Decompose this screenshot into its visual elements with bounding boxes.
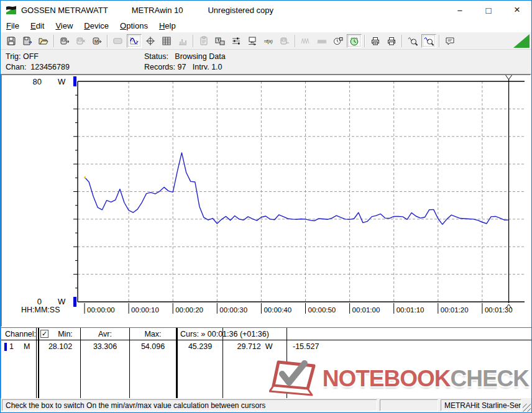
import-device-button[interactable] (213, 34, 227, 48)
app-logo-icon (6, 4, 17, 16)
app-window: GOSSEN METRAWATT METRAwin 10 Unregistere… (0, 0, 532, 413)
print-preview-button[interactable] (368, 34, 383, 48)
floppy-icon (6, 36, 16, 46)
max-header: Max: (130, 330, 176, 338)
x-tick-label: 00:00:40 (264, 306, 291, 314)
device-m-icon: M (92, 36, 102, 46)
status-bar: Check the box to switch On the min/avr/m… (1, 398, 531, 412)
maximize-button[interactable]: □ (474, 1, 503, 19)
col-divider (36, 328, 37, 398)
wave-dense-button (314, 34, 329, 48)
col-divider (38, 328, 39, 398)
menu-edit[interactable]: Edit (25, 20, 50, 32)
y-min-label: 0 (37, 297, 42, 306)
x-tick-label: 00:00:50 (308, 306, 336, 314)
green-timer-icon (349, 36, 359, 46)
minmax-checkbox[interactable]: ✓ (40, 330, 48, 338)
channel-number: 1 (9, 342, 14, 351)
minimize-button[interactable]: − (446, 1, 474, 19)
avr-header: Avr: (81, 330, 129, 338)
device-in-icon (215, 36, 225, 46)
device-config-button (277, 34, 292, 48)
y-range-bottom-marker (73, 297, 76, 307)
cursor-view-button[interactable] (143, 34, 158, 48)
fx-icon: =f(x) (264, 36, 273, 46)
annotation-button[interactable] (443, 34, 457, 48)
cursor-top-arrow-icon[interactable] (506, 75, 512, 79)
chart-view-button[interactable] (127, 34, 142, 48)
x-tick-label: 00:01:20 (441, 306, 469, 314)
product-name: METRAwin 10 (132, 6, 183, 15)
app-name: GOSSEN METRAWATT (21, 6, 108, 15)
watermark-notebook: NOTEBOOK (323, 366, 451, 391)
menu-help[interactable]: Help (154, 20, 181, 32)
zoom-drag-button[interactable] (405, 34, 420, 48)
device-x-icon (76, 36, 86, 46)
watermark-check: CHECK (450, 366, 529, 391)
zoom-wave-icon (408, 36, 418, 46)
display-config-button[interactable] (245, 34, 260, 48)
browse-status: Status: Browsing Data (144, 52, 226, 61)
menu-options[interactable]: Options (114, 20, 154, 32)
resize-grip[interactable] (523, 404, 531, 412)
cursor1-value: 45.239 (178, 342, 222, 351)
save-button[interactable] (4, 34, 19, 48)
min-value: 28.102 (40, 342, 80, 351)
device-send-button[interactable] (57, 34, 72, 48)
timer-button[interactable] (347, 34, 362, 48)
table-view-button[interactable] (159, 34, 174, 48)
channel-config-button[interactable] (229, 34, 244, 48)
col-divider (176, 328, 178, 398)
histogram-view-button (175, 34, 190, 48)
toolbar-separator (439, 35, 440, 47)
channel-color-marker (4, 343, 7, 351)
time-sync-button[interactable] (331, 34, 346, 48)
numeric-display-button (111, 34, 126, 48)
device-memory-button[interactable]: M (89, 34, 104, 48)
menu-device[interactable]: Device (78, 20, 114, 32)
toolbar-separator (401, 35, 403, 47)
x-tick-label: 00:01:30 (485, 306, 513, 314)
x-tick-label: 00:00:20 (175, 306, 203, 314)
data-grid-icon (162, 36, 172, 46)
svg-text:M: M (94, 39, 98, 43)
statusbar-empty-panel (380, 399, 438, 411)
wave-small-button (298, 34, 313, 48)
menu-view[interactable]: View (50, 20, 78, 32)
wave-chart-icon (129, 36, 139, 46)
license-note: Unregistered copy (208, 6, 273, 15)
cursor-header: Curs: » 00:01:36 (+01:36) (180, 330, 269, 338)
power-line-chart[interactable]: 00:00:0000:00:1000:00:2000:00:3000:00:40… (2, 75, 531, 326)
menu-file[interactable]: File (1, 20, 25, 32)
delta-value: -15.527 (293, 342, 319, 351)
y-range-top-marker (73, 76, 76, 86)
speech-bubble-icon (445, 36, 455, 46)
clipboard-icon (199, 36, 209, 46)
save-as-button[interactable] (20, 34, 35, 48)
zoom-wave2-icon (424, 36, 434, 46)
toolbar-separator (53, 35, 55, 47)
histogram-icon (178, 36, 188, 46)
toolbar-separator (107, 35, 108, 47)
print-button[interactable] (384, 34, 399, 48)
open-button[interactable] (36, 34, 51, 48)
y-unit-label: W (58, 297, 66, 306)
printer-icon (370, 36, 380, 46)
title-bar: GOSSEN METRAWATT METRAwin 10 Unregistere… (1, 1, 531, 19)
y-unit-label: W (58, 77, 66, 86)
folder-open-icon (39, 36, 48, 46)
formula-button[interactable]: =f(x) (261, 34, 276, 48)
zoom-curve-button[interactable] (421, 34, 436, 48)
clock-device-icon (333, 36, 343, 46)
chart-pane[interactable]: 00:00:0000:00:1000:00:2000:00:3000:00:40… (1, 74, 531, 327)
toolbar-separator (364, 35, 365, 47)
zigzag-icon (301, 36, 311, 46)
close-button[interactable]: × (503, 1, 531, 19)
channel-list: Chan: 123456789 (6, 63, 70, 71)
x-tick-label: 00:00:00 (87, 306, 115, 314)
readout-table: Channel: ✓ Min: Avr: Max: Curs: » 00:01:… (1, 327, 531, 398)
green-corner-triangle-icon (513, 34, 530, 48)
cursor2-value: 29.712 W (223, 342, 287, 351)
x-tick-label: 00:01:10 (397, 306, 424, 314)
status-panel: Trig: OFF Chan: 123456789 Status: Browsi… (1, 50, 531, 74)
